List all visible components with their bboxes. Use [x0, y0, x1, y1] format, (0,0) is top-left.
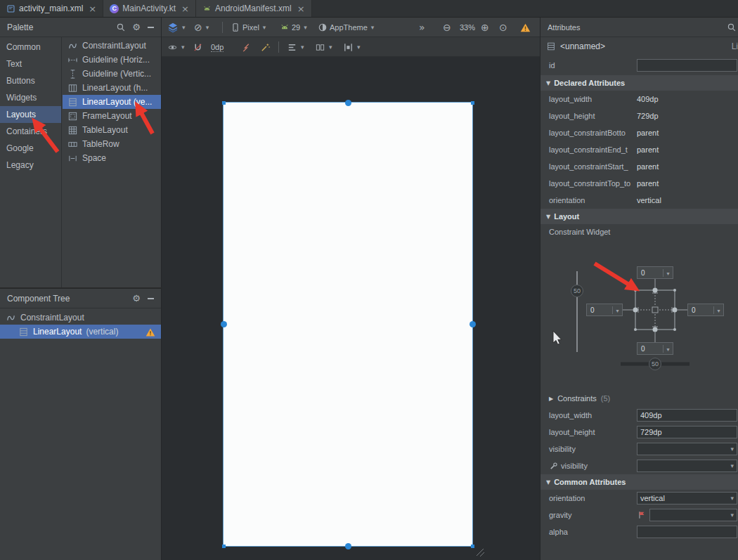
design-surface-selector[interactable]: ▾: [167, 18, 186, 37]
theme-selector[interactable]: AppTheme ▾: [318, 18, 374, 37]
guidelines-menu[interactable]: ▾: [343, 37, 361, 57]
gear-icon[interactable]: ⚙: [132, 22, 141, 32]
horizontal-bias-slider[interactable]: 50: [649, 358, 661, 370]
search-icon[interactable]: [727, 22, 737, 32]
close-icon[interactable]: ×: [297, 4, 305, 13]
palette-panel: Palette ⚙ Common Text Buttons Widgets La…: [0, 18, 162, 287]
category-common[interactable]: Common: [0, 39, 61, 56]
visibility-combo[interactable]: ▾: [637, 443, 737, 455]
constraints-count: (5): [601, 394, 610, 403]
design-canvas[interactable]: [162, 57, 540, 560]
resize-handle-bottom-right[interactable]: [471, 545, 474, 548]
margin-bottom-combo[interactable]: 0 ▾: [637, 342, 673, 355]
layout-width-input[interactable]: [637, 409, 737, 422]
constraint-widget[interactable]: 0 ▾ 0 ▾ 0 ▾ 0 ▾ 50 50: [540, 240, 738, 390]
palette-item-linearlayout-vertical[interactable]: LinearLayout (ve...: [63, 95, 161, 109]
margin-top-combo[interactable]: 0 ▾: [637, 266, 673, 279]
attribute-row: orientation vertical ▾: [540, 490, 738, 507]
palette-item-tablelayout[interactable]: TableLayout: [63, 123, 161, 137]
warning-icon[interactable]: [145, 327, 155, 337]
margin-left-combo[interactable]: 0 ▾: [586, 304, 623, 316]
autoconnect-button[interactable]: [193, 37, 203, 57]
attribute-value[interactable]: 729dp: [637, 112, 659, 120]
constraint-anchor-bottom[interactable]: [345, 543, 351, 549]
resize-handle-bottom-left[interactable]: [222, 545, 226, 548]
section-layout[interactable]: ▼ Layout: [540, 209, 738, 224]
category-text[interactable]: Text: [0, 56, 61, 72]
tab-mainactivity-kt[interactable]: C MainActivity.kt ×: [103, 0, 196, 17]
gravity-combo[interactable]: ▾: [649, 509, 737, 521]
toolbar-overflow[interactable]: »: [419, 18, 425, 37]
attribute-value[interactable]: parent: [637, 179, 659, 188]
zoom-in-icon[interactable]: ⊕: [481, 18, 489, 37]
layout-height-input[interactable]: [637, 426, 737, 438]
eye-icon: [167, 42, 178, 53]
default-margin-selector[interactable]: 0dp: [211, 37, 224, 57]
orientation-combo[interactable]: vertical ▾: [637, 492, 737, 504]
tree-item-constraintlayout[interactable]: ConstraintLayout: [0, 311, 161, 325]
category-google[interactable]: Google: [0, 140, 61, 157]
category-layouts[interactable]: Layouts: [0, 106, 61, 123]
view-options-selector[interactable]: ⊘ ▾: [194, 18, 209, 37]
tab-activity-main-xml[interactable]: activity_main.xml ×: [0, 0, 103, 17]
chevron-down-icon[interactable]: ▾: [663, 269, 673, 277]
tree-item-linearlayout-vertical[interactable]: LinearLayout(vertical): [0, 325, 161, 339]
flag-icon[interactable]: [637, 510, 647, 520]
close-icon[interactable]: ×: [89, 4, 96, 13]
zoom-out-icon[interactable]: ⊖: [443, 18, 451, 37]
constraints-group[interactable]: ▶ Constraints (5): [540, 390, 738, 407]
zoom-level[interactable]: 33%: [460, 18, 475, 37]
alpha-input[interactable]: [637, 526, 737, 538]
vertical-bias-slider[interactable]: 50: [571, 285, 583, 297]
attribute-value[interactable]: vertical: [637, 196, 661, 204]
constraint-anchor-top[interactable]: [345, 100, 351, 106]
api-level-selector[interactable]: 29 ▾: [280, 18, 307, 37]
attribute-value[interactable]: parent: [637, 129, 659, 137]
search-icon[interactable]: [116, 22, 126, 32]
margin-right-combo[interactable]: 0 ▾: [687, 304, 724, 316]
android-icon: [280, 22, 290, 32]
palette-item-constraintlayout[interactable]: ConstraintLayout: [63, 39, 161, 53]
section-common-attributes[interactable]: ▼ Common Attributes: [540, 474, 738, 490]
id-row: id: [540, 56, 738, 75]
tab-androidmanifest-xml[interactable]: AndroidManifest.xml ×: [196, 0, 312, 17]
align-menu[interactable]: ▾: [287, 37, 304, 57]
category-buttons[interactable]: Buttons: [0, 72, 61, 89]
device-selector[interactable]: Pixel ▾: [231, 18, 266, 37]
resize-handle-top-right[interactable]: [471, 101, 474, 105]
view-options-button[interactable]: ▾: [167, 37, 185, 57]
warnings-button[interactable]: [520, 18, 531, 37]
constraint-anchor-right[interactable]: [470, 321, 476, 327]
device-artboard[interactable]: [224, 103, 472, 546]
palette-item-tablerow[interactable]: TableRow: [63, 137, 161, 151]
resize-handle-top-left[interactable]: [222, 101, 226, 105]
chevron-down-icon[interactable]: ▾: [663, 345, 673, 353]
palette-item-linearlayout-horizontal[interactable]: LinearLayout (h...: [63, 81, 161, 95]
tools-visibility-combo[interactable]: ▾: [637, 460, 737, 472]
section-declared-attributes[interactable]: ▼ Declared Attributes: [540, 75, 738, 91]
chevron-down-icon[interactable]: ▾: [612, 306, 622, 314]
close-icon[interactable]: ×: [181, 4, 189, 13]
constraint-anchor-left[interactable]: [221, 321, 227, 327]
chevron-down-icon[interactable]: ▾: [713, 306, 723, 314]
category-legacy[interactable]: Legacy: [0, 157, 61, 174]
minimize-icon[interactable]: [148, 27, 154, 28]
palette-item-guideline-vertical[interactable]: Guideline (Vertic...: [63, 67, 161, 81]
pack-menu[interactable]: ▾: [315, 37, 332, 57]
minimize-icon[interactable]: [148, 298, 154, 299]
gear-icon[interactable]: ⚙: [132, 294, 141, 303]
category-widgets[interactable]: Widgets: [0, 89, 61, 106]
palette-item-guideline-horizontal[interactable]: Guideline (Horiz...: [63, 53, 161, 67]
canvas-resize-gripper[interactable]: [475, 547, 486, 559]
palette-item-framelayout[interactable]: FrameLayout: [63, 109, 161, 123]
clear-constraints-icon: [240, 42, 251, 53]
attribute-value[interactable]: parent: [637, 162, 659, 171]
attribute-value[interactable]: 409dp: [637, 95, 659, 103]
palette-item-space[interactable]: Space: [63, 151, 161, 165]
clear-constraints-button[interactable]: [240, 37, 251, 57]
infer-constraints-button[interactable]: [260, 37, 271, 57]
category-containers[interactable]: Containers: [0, 123, 61, 140]
zoom-to-fit-icon[interactable]: ⊙: [499, 18, 507, 37]
attribute-value[interactable]: parent: [637, 145, 659, 154]
id-input[interactable]: [637, 59, 737, 72]
